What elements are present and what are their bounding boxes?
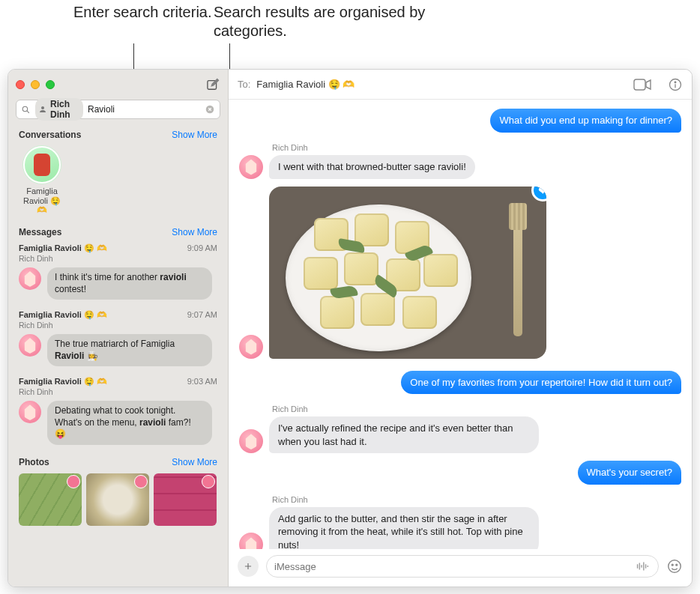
message-result-group: Famiglia Ravioli 🤤 🫶	[19, 377, 107, 387]
emoji-picker-button[interactable]	[666, 558, 683, 575]
message-result-time: 9:07 AM	[187, 310, 217, 319]
outgoing-message[interactable]: What did you end up making for dinner?	[490, 109, 681, 133]
category-conversations-title: Conversations	[19, 130, 81, 140]
message-result-sender: Rich Dinh	[19, 254, 217, 263]
message-result-text: Debating what to cook tonight. What's on…	[47, 401, 212, 445]
outgoing-message[interactable]: What's your secret?	[578, 461, 681, 485]
compose-input[interactable]	[266, 555, 659, 578]
search-token-label: Rich Dinh	[50, 99, 77, 120]
message-result-sender: Rich Dinh	[19, 387, 217, 396]
svg-point-2	[41, 106, 44, 109]
incoming-message[interactable]: Add garlic to the butter, and then stir …	[269, 507, 539, 549]
svg-point-6	[675, 81, 676, 82]
tapback-love-icon[interactable]	[531, 187, 546, 201]
compose-new-message-button[interactable]	[205, 77, 220, 92]
header-to-label: To:	[238, 79, 250, 90]
incoming-message[interactable]: I went with that browned-butter sage rav…	[269, 155, 475, 179]
header-to-value: Famiglia Ravioli 🤤 🫶	[256, 79, 354, 90]
sender-avatar	[134, 475, 148, 488]
message-result-time: 9:09 AM	[187, 243, 217, 252]
conversation-result-label: Famiglia Ravioli 🤤 🫶	[19, 187, 65, 215]
audio-message-button[interactable]	[634, 561, 651, 572]
apps-button[interactable]	[238, 556, 259, 577]
sender-avatar	[19, 267, 41, 290]
group-avatar	[23, 146, 61, 184]
window-titlebar	[8, 70, 228, 100]
conversation-pane: To: Famiglia Ravioli 🤤 🫶 What did you en…	[229, 70, 692, 587]
photo-result[interactable]	[154, 473, 217, 526]
incoming-message[interactable]: I've actually refined the recipe and it'…	[269, 416, 539, 453]
message-result-group: Famiglia Ravioli 🤤 🫶	[19, 243, 107, 253]
message-result-time: 9:03 AM	[187, 377, 217, 386]
sender-avatar	[202, 475, 215, 488]
svg-point-1	[22, 106, 28, 112]
incoming-photo-message[interactable]	[269, 187, 546, 359]
svg-point-9	[676, 564, 678, 566]
sender-avatar	[239, 335, 263, 359]
callout-search: Enter search criteria.	[73, 3, 216, 22]
svg-point-8	[672, 564, 673, 566]
message-thread[interactable]: What did you end up making for dinner? R…	[229, 100, 692, 549]
message-result[interactable]: Famiglia Ravioli 🤤 🫶 9:03 AM Rich Dinh D…	[8, 374, 228, 452]
svg-rect-4	[634, 79, 645, 90]
clear-search-button[interactable]	[205, 104, 215, 115]
message-result[interactable]: Famiglia Ravioli 🤤 🫶 9:09 AM Rich Dinh I…	[8, 240, 228, 307]
message-result-sender: Rich Dinh	[19, 321, 217, 330]
message-sender-label: Rich Dinh	[272, 143, 681, 152]
sender-avatar	[239, 429, 263, 453]
window-zoom-button[interactable]	[46, 80, 55, 89]
outgoing-message[interactable]: One of my favorites from your repertoire…	[401, 371, 681, 395]
sidebar: Rich Dinh Conversations Show More Famigl…	[8, 70, 229, 587]
search-contact-token[interactable]: Rich Dinh	[35, 98, 83, 121]
window-close-button[interactable]	[16, 80, 25, 89]
sender-avatar	[239, 533, 263, 549]
message-result-group: Famiglia Ravioli 🤤 🫶	[19, 310, 107, 320]
message-result[interactable]: Famiglia Ravioli 🤤 🫶 9:07 AM Rich Dinh T…	[8, 307, 228, 374]
messages-window: Rich Dinh Conversations Show More Famigl…	[7, 69, 693, 587]
message-sender-label: Rich Dinh	[272, 495, 681, 504]
show-more-messages[interactable]: Show More	[172, 227, 217, 237]
svg-point-7	[669, 560, 681, 573]
callout-categories: Search results are organised by categori…	[214, 3, 468, 40]
sender-avatar	[19, 334, 41, 357]
category-messages-title: Messages	[19, 227, 61, 237]
show-more-photos[interactable]: Show More	[172, 457, 217, 467]
photo-result[interactable]	[86, 473, 149, 526]
message-sender-label: Rich Dinh	[272, 404, 681, 413]
sender-avatar	[67, 475, 80, 488]
facetime-button[interactable]	[633, 79, 651, 91]
sender-avatar	[239, 155, 263, 179]
search-input[interactable]: Rich Dinh	[16, 100, 220, 119]
conversation-header: To: Famiglia Ravioli 🤤 🫶	[229, 70, 692, 100]
conversation-result[interactable]: Famiglia Ravioli 🤤 🫶	[8, 143, 65, 222]
message-result-text: I think it's time for another ravioli co…	[47, 267, 212, 300]
sender-avatar	[19, 401, 41, 423]
photo-result[interactable]	[19, 473, 82, 526]
compose-text-field[interactable]	[274, 561, 630, 572]
search-query-text[interactable]	[88, 104, 200, 115]
category-photos-title: Photos	[19, 457, 49, 467]
details-button[interactable]	[668, 77, 683, 92]
person-icon	[38, 105, 47, 114]
show-more-conversations[interactable]: Show More	[172, 130, 217, 140]
compose-bar	[229, 549, 692, 587]
message-result-text: The true matriarch of Famiglia Ravioli 👩…	[47, 334, 212, 366]
search-icon	[21, 105, 31, 115]
window-minimize-button[interactable]	[31, 80, 40, 89]
